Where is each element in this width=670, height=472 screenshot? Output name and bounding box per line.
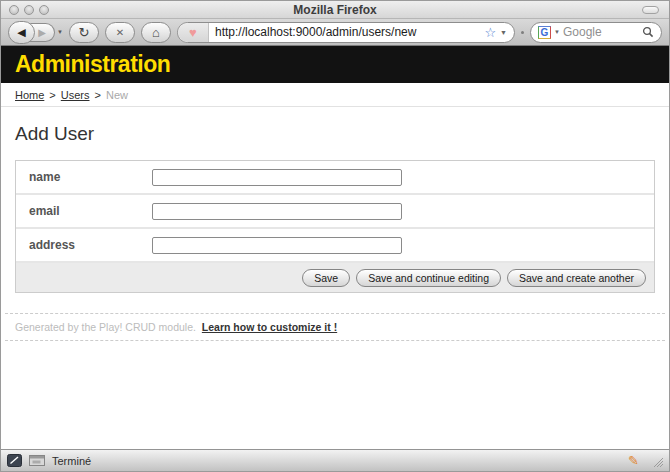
name-input[interactable] (152, 169, 402, 186)
url-bar: ♥ ☆ ▼ (177, 22, 515, 43)
status-text: Terminé (52, 455, 91, 467)
breadcrumb-home-link[interactable]: Home (15, 89, 44, 101)
address-input[interactable] (152, 237, 402, 254)
favicon-zone: ♥ (178, 23, 209, 42)
window-panel-icon[interactable] (29, 455, 45, 466)
back-icon: ◀ (17, 26, 25, 39)
reload-icon: ↻ (79, 25, 90, 40)
status-bar: Terminé ✎ (1, 449, 669, 471)
search-icon[interactable] (642, 26, 654, 38)
heart-icon: ♥ (189, 26, 197, 39)
toolbar-toggle-button[interactable] (642, 6, 659, 14)
customize-link[interactable]: Learn how to customize it ! (202, 321, 337, 333)
back-button[interactable]: ◀ (8, 21, 35, 44)
zoom-window-button[interactable] (39, 5, 49, 15)
home-icon: ⌂ (152, 25, 160, 40)
breadcrumb: Home > Users > New (1, 83, 669, 107)
form-button-bar: Save Save and continue editing Save and … (16, 263, 654, 292)
stop-icon: ✕ (116, 27, 124, 38)
url-dropdown-icon[interactable]: ▼ (500, 29, 507, 36)
breadcrumb-current: New (106, 89, 128, 101)
browser-window: Mozilla Firefox ◀ ▶ ▼ ↻ ✕ ⌂ ♥ ☆ (0, 0, 670, 472)
minimize-window-button[interactable] (24, 5, 34, 15)
save-button[interactable]: Save (302, 269, 350, 287)
close-window-button[interactable] (9, 5, 19, 15)
breadcrumb-users-link[interactable]: Users (61, 89, 90, 101)
breadcrumb-separator: > (95, 89, 101, 101)
footer-text: Generated by the Play! CRUD module. (15, 321, 196, 333)
app-header: Administration (1, 46, 669, 83)
email-field-label: email (29, 204, 152, 218)
home-button[interactable]: ⌂ (141, 22, 171, 43)
nav-button-group: ◀ ▶ ▼ (8, 21, 63, 44)
toolbar-separator-dot (521, 31, 524, 34)
form-row-email: email (16, 195, 654, 229)
page-title: Add User (15, 123, 655, 145)
pencil-addon-icon[interactable]: ✎ (628, 454, 639, 467)
google-engine-icon[interactable]: G (538, 26, 551, 39)
breadcrumb-separator: > (49, 89, 55, 101)
history-dropdown-icon[interactable]: ▼ (57, 29, 63, 35)
window-controls (9, 5, 49, 15)
search-box: G ▼ (530, 22, 662, 43)
name-field-label: name (29, 170, 152, 184)
app-title: Administration (15, 51, 170, 78)
reload-button[interactable]: ↻ (69, 22, 99, 43)
bookmark-star-icon[interactable]: ☆ (484, 26, 496, 39)
url-input[interactable] (209, 25, 484, 39)
edit-css-icon[interactable] (7, 454, 22, 467)
address-field-label: address (29, 238, 152, 252)
resize-grip[interactable] (650, 454, 663, 467)
titlebar: Mozilla Firefox (1, 1, 669, 19)
page-footer: Generated by the Play! CRUD module. Lear… (5, 313, 665, 341)
add-user-form: name email address Save Save and continu… (15, 160, 655, 293)
search-input[interactable] (563, 25, 639, 39)
page-content: Add User name email address Save Save an… (1, 107, 669, 451)
form-row-address: address (16, 229, 654, 263)
form-row-name: name (16, 161, 654, 195)
browser-toolbar: ◀ ▶ ▼ ↻ ✕ ⌂ ♥ ☆ ▼ G ▼ (1, 19, 669, 46)
save-and-continue-button[interactable]: Save and continue editing (356, 269, 501, 287)
save-and-create-another-button[interactable]: Save and create another (507, 269, 646, 287)
forward-icon: ▶ (38, 27, 46, 38)
email-input[interactable] (152, 203, 402, 220)
window-title: Mozilla Firefox (1, 3, 669, 17)
stop-button[interactable]: ✕ (105, 22, 135, 43)
search-engine-dropdown-icon[interactable]: ▼ (554, 29, 560, 35)
